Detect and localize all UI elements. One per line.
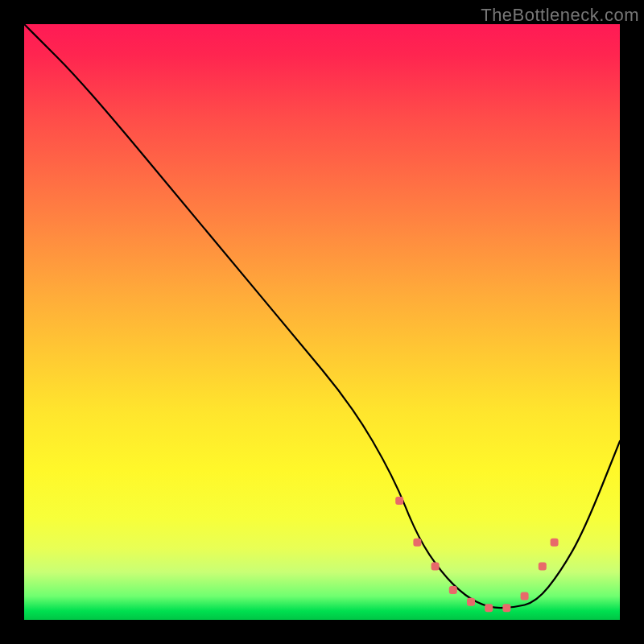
optimal-marker xyxy=(413,539,421,547)
curve-layer xyxy=(24,24,620,620)
optimal-marker xyxy=(521,592,529,600)
optimal-marker xyxy=(539,562,547,570)
plot-area xyxy=(24,24,620,620)
optimal-marker xyxy=(502,604,510,612)
optimal-marker xyxy=(395,497,403,505)
watermark-label: TheBottleneck.com xyxy=(481,5,639,26)
optimal-zone-markers xyxy=(395,497,558,612)
chart: TheBottleneck.com xyxy=(0,0,644,644)
optimal-marker xyxy=(485,604,493,612)
bottleneck-curve xyxy=(24,24,620,608)
optimal-marker xyxy=(431,562,440,570)
optimal-marker xyxy=(449,586,457,594)
optimal-marker xyxy=(467,598,475,606)
optimal-marker xyxy=(551,539,559,547)
